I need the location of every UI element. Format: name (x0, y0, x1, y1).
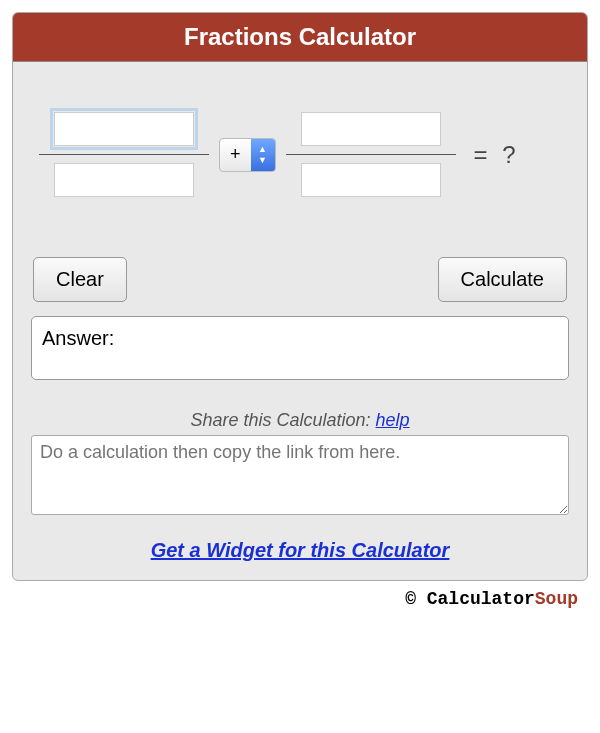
calculate-button[interactable]: Calculate (438, 257, 567, 302)
share-help-link[interactable]: help (376, 410, 410, 430)
fraction-1 (39, 112, 209, 197)
fraction-line-2 (286, 154, 456, 155)
fraction-row: + ▲▼ = ? (39, 112, 561, 197)
fraction-line-1 (39, 154, 209, 155)
button-row: Clear Calculate (33, 257, 567, 302)
answer-box: Answer: (31, 316, 569, 380)
numerator-2-input[interactable] (301, 112, 441, 146)
header-title: Fractions Calculator (184, 23, 416, 50)
calculator-body: + ▲▼ = ? Clear Calculate Answer: Share t… (13, 62, 587, 570)
clear-button[interactable]: Clear (33, 257, 127, 302)
equals-result: = ? (474, 141, 520, 169)
fraction-2 (286, 112, 456, 197)
numerator-1-input[interactable] (54, 112, 194, 146)
calculator-header: Fractions Calculator (13, 13, 587, 62)
brand-name-1: Calculator (427, 589, 535, 609)
denominator-2-input[interactable] (301, 163, 441, 197)
share-link-textarea[interactable] (31, 435, 569, 515)
brand-name-2: Soup (535, 589, 578, 609)
share-label-row: Share this Calculation: help (31, 410, 569, 431)
denominator-1-input[interactable] (54, 163, 194, 197)
chevron-updown-icon: ▲▼ (251, 139, 275, 171)
share-label: Share this Calculation: (190, 410, 375, 430)
get-widget-link[interactable]: Get a Widget for this Calculator (151, 539, 450, 561)
operator-select[interactable]: + ▲▼ (219, 138, 276, 172)
widget-link-row: Get a Widget for this Calculator (31, 539, 569, 562)
answer-label: Answer: (42, 327, 114, 349)
operator-value: + (220, 144, 251, 165)
footer-credit: © CalculatorSoup (12, 581, 588, 609)
copyright-symbol: © (405, 589, 427, 609)
calculator-container: Fractions Calculator + ▲▼ = ? (12, 12, 588, 581)
